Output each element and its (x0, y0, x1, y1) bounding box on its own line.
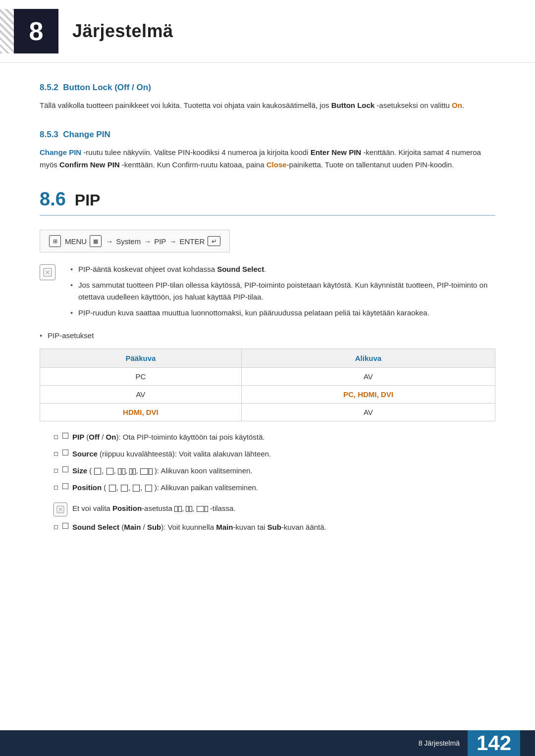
table-cell-av-alikuva: AV (241, 368, 495, 386)
menu-arrow1: → (106, 237, 113, 246)
table-cell-pc-paakuva: PC (40, 368, 242, 386)
menu-arrow2: → (144, 237, 151, 246)
section-853-num: 8.5.3 (40, 130, 58, 139)
sq-item-size-content: Size ( , , , , ): Alikuvan koon valitsem… (72, 465, 495, 477)
section-86-num: 8.6 (40, 189, 66, 210)
menu-enter: ENTER (179, 237, 205, 246)
pos-icon-1 (109, 485, 116, 492)
section-853-body: Change PIN -ruutu tulee näkyviin. Valits… (40, 147, 495, 171)
page-title: Järjestelmä (72, 21, 173, 42)
note-content: PIP-ääntä koskevat ohjeet ovat kohdassa … (60, 263, 495, 323)
position-subnote: Et voi valita Position-asetusta , , -til… (54, 503, 495, 516)
menu-label: MENU (65, 237, 87, 246)
sq-item-position-content: Position ( , , , ): Alikuvan paikan vali… (72, 482, 495, 494)
pos-note-icon3 (197, 506, 208, 512)
sq-bullet-source (62, 450, 68, 455)
size-icon-1 (94, 468, 101, 475)
sq-bullet-pip (62, 433, 68, 439)
table-row: HDMI, DVI AV (40, 403, 495, 421)
section-86-header: 8.6 PIP (40, 189, 495, 216)
pip-settings-item: PIP-asetukset (40, 330, 495, 342)
chapter-badge: 8 (14, 9, 58, 53)
pos-icon-4 (145, 485, 152, 492)
section-853-header: 8.5.3 Change PIN (40, 130, 495, 140)
table-col1-header: Pääkuva (40, 349, 242, 368)
sq-bullet-size (62, 466, 68, 472)
note-block-pip: PIP-ääntä koskevat ohjeet ovat kohdassa … (40, 263, 495, 323)
subnote-text: Et voi valita Position-asetusta , , -til… (72, 503, 235, 514)
pos-note-icon1 (174, 506, 182, 512)
table-cell-hdmi-dvi-paakuva: HDMI, DVI (40, 403, 242, 421)
pip-note-item-2: Jos sammutat tuotteen PIP-tilan ollessa … (70, 279, 495, 303)
sq-bullet-position (62, 483, 68, 489)
table-row: PC AV (40, 368, 495, 386)
section-852-header: 8.5.2 Button Lock (Off / On) (40, 83, 495, 93)
section-86-title: PIP (75, 191, 101, 209)
menu-path: ⊞ MENU ▦ → System → PIP → ENTER ↵ (40, 230, 230, 252)
pip-note-item-1: PIP-ääntä koskevat ohjeet ovat kohdassa … (70, 263, 495, 275)
table-row: AV PC, HDMI, DVI (40, 386, 495, 403)
main-content: 8.5.2 Button Lock (Off / On) Tällä valik… (0, 63, 535, 582)
sq-bullet-sound (62, 523, 68, 529)
pip-table: Pääkuva Alikuva PC AV AV PC, HDMI, DVI H… (40, 349, 495, 421)
pip-settings-list: PIP-asetukset (40, 330, 495, 342)
menu-arrow3: → (169, 237, 176, 246)
table-cell-pc-hdmi-dvi-alikuva: PC, HDMI, DVI (241, 386, 495, 403)
menu-system: System (116, 237, 141, 246)
menu-grid-icon: ⊞ (49, 235, 61, 247)
sq-item-sound-select: Sound Select (Main / Sub): Voit kuunnell… (45, 521, 495, 533)
size-icon-dbl (118, 468, 125, 475)
stripe-decoration (0, 9, 14, 53)
pos-icon-2 (121, 485, 128, 492)
sq-item-source: Source (riippuu kuvalähteestä): Voit val… (45, 448, 495, 460)
section-853: 8.5.3 Change PIN Change PIN -ruutu tulee… (40, 130, 495, 171)
size-icon-half (140, 468, 153, 475)
menu-bars-icon: ▦ (90, 235, 102, 247)
page-header: 8 Järjestelmä (0, 0, 535, 63)
sq-item-sound-content: Sound Select (Main / Sub): Voit kuunnell… (72, 521, 495, 533)
section-852: 8.5.2 Button Lock (Off / On) Tällä valik… (40, 83, 495, 112)
sq-item-size: Size ( , , , , ): Alikuvan koon valitsem… (45, 465, 495, 477)
pip-note-list: PIP-ääntä koskevat ohjeet ovat kohdassa … (70, 263, 495, 319)
section-852-title: Button Lock (Off / On) (63, 83, 151, 92)
sound-select-list: Sound Select (Main / Sub): Voit kuunnell… (45, 521, 495, 533)
section-852-body: Tällä valikolla tuotteen painikkeet voi … (40, 100, 495, 112)
footer-page-num: 142 (468, 730, 520, 756)
sq-items-list: PIP (Off / On): Ota PIP-toiminto käyttöö… (45, 431, 495, 494)
page-footer: 8 Järjestelmä 142 (0, 730, 535, 756)
sq-item-source-content: Source (riippuu kuvalähteestä): Voit val… (72, 448, 495, 460)
section-852-num: 8.5.2 (40, 83, 58, 92)
size-icon-2 (107, 468, 113, 475)
table-cell-av2-alikuva: AV (241, 403, 495, 421)
table-col2-header: Alikuva (241, 349, 495, 368)
footer-label: 8 Järjestelmä (419, 739, 460, 747)
pos-note-icon2 (186, 506, 192, 512)
menu-pip: PIP (154, 237, 166, 246)
table-cell-av-paakuva: AV (40, 386, 242, 403)
size-icon-trpl (129, 468, 136, 475)
sq-item-pip-content: PIP (Off / On): Ota PIP-toiminto käyttöö… (72, 431, 495, 443)
enter-icon: ↵ (208, 236, 220, 246)
pip-note-item-3: PIP-ruudun kuva saattaa muuttua luonnott… (70, 307, 495, 319)
note-icon (40, 264, 55, 280)
sq-item-pip: PIP (Off / On): Ota PIP-toiminto käyttöö… (45, 431, 495, 443)
sq-item-position: Position ( , , , ): Alikuvan paikan vali… (45, 482, 495, 494)
section-853-title: Change PIN (63, 130, 110, 139)
pos-icon-3 (133, 485, 140, 492)
subnote-icon (54, 503, 67, 516)
